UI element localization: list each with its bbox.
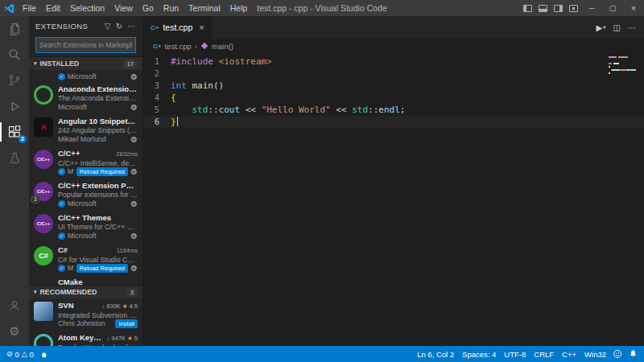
problems-indicator[interactable]: ⊘ 0 △ 0 <box>6 350 34 359</box>
extension-list-item[interactable]: CMake <box>29 275 142 285</box>
extension-name-row: CMake <box>58 278 138 285</box>
status-right: Ln 6, Col 2Spaces: 4UTF-8CRLFC++Win32 <box>417 350 606 359</box>
code-area[interactable]: 1#include <iostream>23int main()4{5 std:… <box>143 53 644 346</box>
bell-icon[interactable] <box>629 349 638 359</box>
extension-list-item[interactable]: ✓Microsoft⚙ <box>29 70 142 82</box>
extension-name: C/C++ Themes <box>58 213 111 223</box>
gear-icon[interactable]: ⚙ <box>130 232 138 241</box>
reload-required-button[interactable]: Reload Required <box>76 264 128 273</box>
reload-required-button[interactable]: Reload Required <box>76 167 128 176</box>
extension-name: C/C++ Extension Pack <box>58 181 138 191</box>
feedback-icon[interactable] <box>613 349 622 359</box>
minimap[interactable] <box>609 56 636 76</box>
split-editor-icon[interactable]: ◫ <box>613 23 621 32</box>
search-input[interactable] <box>39 41 132 49</box>
section-installed[interactable]: ▾ INSTALLED 17 <box>29 56 142 70</box>
menu-file[interactable]: File <box>18 0 41 16</box>
install-button[interactable]: Install <box>115 319 138 328</box>
menu-help[interactable]: Help <box>225 0 253 16</box>
accounts-icon[interactable] <box>0 293 29 319</box>
gear-icon[interactable]: ⚙ <box>130 135 138 144</box>
extension-list-item[interactable]: Atom Keymap↓947K★5Popular Atom keybindin… <box>29 331 142 346</box>
section-recommended[interactable]: ▾ RECOMMENDED 3 <box>29 285 142 298</box>
filter-icon[interactable]: ▽ <box>105 22 111 31</box>
extension-name-row: C/C++ Extension Pack <box>58 181 138 191</box>
run-button[interactable]: ▶▾ <box>597 23 606 32</box>
code-line[interactable]: 6} <box>143 116 644 128</box>
source-control-icon[interactable] <box>0 68 29 93</box>
eol[interactable]: CRLF <box>534 350 554 359</box>
code-line[interactable]: 4{ <box>143 92 644 104</box>
extensions-search-box[interactable] <box>35 37 136 53</box>
panel-header: EXTENSIONS ▽ ↻ ⋯ <box>29 16 142 35</box>
verified-publisher-icon: ✓ <box>58 265 65 272</box>
extension-name-row: Atom Keymap↓947K★5 <box>58 333 138 343</box>
extension-list-item[interactable]: C#C#1164msC# for Visual Studio Code (p..… <box>29 243 142 275</box>
testing-icon[interactable] <box>0 145 29 171</box>
extension-list-item[interactable]: C/C++3C/C++ Extension PackPopular extens… <box>29 179 142 211</box>
more-actions-icon[interactable]: ⋯ <box>128 22 136 31</box>
extension-footer: ✓Microsoft⚙ <box>58 72 138 81</box>
recommended-label: RECOMMENDED <box>40 288 97 296</box>
extension-list-item[interactable]: SVN↓839K★4.5Integrated Subversion sourc.… <box>29 298 142 331</box>
extension-info: ✓Microsoft⚙ <box>58 70 138 81</box>
extension-description: UI Themes for C/C++ extens... <box>58 223 138 232</box>
cursor-position[interactable]: Ln 6, Col 2 <box>417 350 454 359</box>
toggle-panel-icon[interactable] <box>539 5 547 12</box>
code-line[interactable]: 2 <box>143 68 644 80</box>
toggle-sidebar-icon[interactable] <box>523 5 532 12</box>
gear-icon[interactable]: ⚙ <box>130 103 138 112</box>
language-mode[interactable]: C++ <box>562 350 576 359</box>
extension-footer: Chris JohnstonInstall <box>58 319 138 328</box>
extension-footer: ✓MicrosoftReload Required⚙ <box>58 264 138 273</box>
extension-name: Atom Keymap <box>58 333 104 343</box>
explorer-icon[interactable] <box>0 16 29 42</box>
menu-selection[interactable]: Selection <box>65 0 109 16</box>
dropdown-icon: ▾ <box>603 24 605 31</box>
menu-go[interactable]: Go <box>138 0 159 16</box>
customize-layout-icon[interactable] <box>569 5 578 12</box>
search-icon[interactable] <box>0 42 29 68</box>
menu-run[interactable]: Run <box>159 0 184 16</box>
toggle-secondary-sidebar-icon[interactable] <box>554 5 563 12</box>
menu-terminal[interactable]: Terminal <box>184 0 225 16</box>
extension-list-item[interactable]: C/C++C/C++ ThemesUI Themes for C/C++ ext… <box>29 211 142 243</box>
line-number: 6 <box>143 116 171 128</box>
gear-icon[interactable]: ⚙ <box>130 264 138 273</box>
close-button[interactable]: × <box>623 0 644 16</box>
code-line[interactable]: 5 std::cout << "Hello World" << std::end… <box>143 104 644 116</box>
chevron-down-icon: ▾ <box>34 60 37 67</box>
extensions-icon[interactable]: 2 <box>0 119 29 145</box>
gear-icon[interactable]: ⚙ <box>130 200 138 208</box>
encoding[interactable]: UTF-8 <box>504 350 526 359</box>
extension-list-item[interactable]: C/C++C/C++2832msC/C++ IntelliSense, debu… <box>29 146 142 179</box>
code-line[interactable]: 1#include <iostream> <box>143 56 644 68</box>
symbol-method-icon <box>201 43 208 49</box>
tab-test-cpp[interactable]: C+ test.cpp × <box>143 16 212 39</box>
platform[interactable]: Win32 <box>584 350 606 359</box>
code-line[interactable]: 3int main() <box>143 80 644 92</box>
breadcrumb-file[interactable]: test.cpp <box>164 42 191 51</box>
menu-bar: FileEditSelectionViewGoRunTerminalHelp <box>18 0 252 16</box>
extension-description: C# for Visual Studio Code (p... <box>58 256 138 264</box>
more-actions-icon[interactable]: ⋯ <box>628 23 636 32</box>
tab-close-icon[interactable]: × <box>199 23 204 32</box>
gear-icon[interactable]: ⚙ <box>130 72 138 81</box>
refresh-icon[interactable]: ↻ <box>116 22 123 31</box>
maximize-button[interactable]: ▢ <box>602 0 623 16</box>
minimize-button[interactable]: ─ <box>581 0 602 16</box>
editor-actions: ▶▾ ◫ ⋯ <box>597 16 644 39</box>
run-debug-icon[interactable] <box>0 93 29 119</box>
extension-icon: A <box>34 117 53 137</box>
indentation[interactable]: Spaces: 4 <box>462 350 496 359</box>
extension-list-item[interactable]: Anaconda Extension PackThe Anaconda Exte… <box>29 82 142 114</box>
extension-list-item[interactable]: AAngular 10 Snippets - Typ...242 Angular… <box>29 114 142 146</box>
breadcrumb-symbol[interactable]: main() <box>212 42 233 51</box>
line-number: 5 <box>143 104 171 116</box>
gear-icon[interactable]: ⚙ <box>130 167 138 176</box>
menu-view[interactable]: View <box>109 0 138 16</box>
settings-gear-icon[interactable]: ⚙ <box>0 319 29 344</box>
flame-icon[interactable] <box>40 350 47 359</box>
download-count: 947K <box>112 334 126 343</box>
menu-edit[interactable]: Edit <box>41 0 65 16</box>
